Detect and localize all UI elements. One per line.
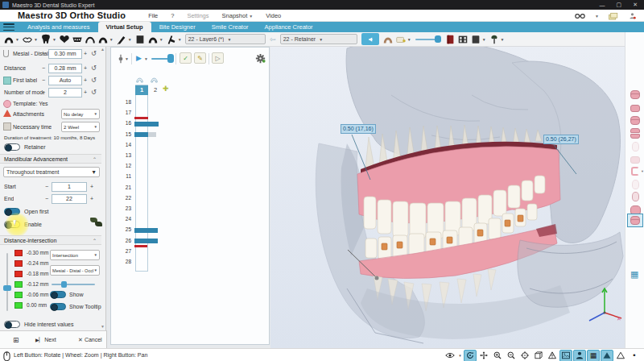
arch-faint-icon[interactable] bbox=[628, 153, 642, 165]
jaw-band-icon[interactable] bbox=[628, 102, 642, 114]
measure-mode-select[interactable]: Mesial - Distal - Occl▼ bbox=[50, 265, 100, 276]
distance-intersection-header[interactable]: Distance-intersection⌃ bbox=[0, 235, 101, 245]
mesial-decrement-button[interactable]: − bbox=[42, 51, 45, 56]
next-button[interactable]: ▶▏Next bbox=[35, 337, 56, 342]
edit-step-button[interactable]: ✎ bbox=[194, 52, 206, 64]
back-arrow-button[interactable] bbox=[361, 33, 379, 45]
menu-item-snapshot[interactable]: Snapshot▼ bbox=[222, 12, 254, 19]
distance-label-17-16[interactable]: 0.50 (17,16) bbox=[341, 124, 376, 134]
tooth-row-13[interactable]: 13 bbox=[111, 151, 269, 161]
cube-icon[interactable] bbox=[532, 350, 545, 361]
tooth-row-14[interactable]: 14 bbox=[111, 140, 269, 151]
end-field[interactable]: 22 bbox=[52, 194, 87, 204]
wire-triangle-icon[interactable] bbox=[614, 350, 627, 361]
show-toggle[interactable] bbox=[50, 291, 66, 298]
pen-icon[interactable] bbox=[115, 33, 128, 45]
upper-arch-column-icon[interactable] bbox=[134, 73, 146, 83]
tab-analysis-and-measures[interactable]: Analysis and measures bbox=[19, 22, 98, 32]
mandibular-advancement-header[interactable]: Mandibular Advancement⌃ bbox=[0, 154, 101, 164]
end-decrement-button[interactable]: − bbox=[45, 196, 48, 201]
tooth-row-11[interactable]: 11 bbox=[111, 172, 269, 182]
stage-1-header[interactable]: 1 bbox=[135, 85, 148, 95]
tree-icon[interactable] bbox=[488, 33, 501, 45]
tooth-row-16[interactable]: 16 bbox=[111, 118, 269, 129]
square-icon[interactable] bbox=[134, 33, 147, 45]
denture-selected-icon[interactable] bbox=[628, 214, 642, 226]
binoculars-icon[interactable] bbox=[574, 11, 585, 20]
distance-field[interactable]: 0.28 mm bbox=[48, 64, 82, 73]
retainer-toggle[interactable] bbox=[4, 143, 20, 151]
3d-viewport[interactable]: 0.50 (17,16) 0.50 (26,27) ✕ bbox=[270, 47, 625, 348]
retainer-select[interactable]: 22 - Retainer▼ bbox=[280, 34, 357, 44]
opacity-slider[interactable] bbox=[415, 34, 441, 45]
menu-item--[interactable]: ? bbox=[171, 12, 174, 19]
legend-range-slider[interactable] bbox=[6, 253, 8, 311]
rotate-icon[interactable] bbox=[464, 350, 477, 361]
models-reset-icon[interactable]: ↺ bbox=[91, 89, 97, 96]
start-increment-button[interactable]: + bbox=[90, 184, 93, 189]
film-icon[interactable] bbox=[456, 33, 469, 45]
tab-virtual-setup[interactable]: Virtual Setup bbox=[98, 22, 151, 32]
jaw-band-icon[interactable] bbox=[71, 33, 84, 45]
denture-icon[interactable] bbox=[628, 89, 642, 101]
menu-item-file[interactable]: File bbox=[148, 12, 158, 19]
card-icon[interactable] bbox=[469, 33, 482, 45]
molar-icon[interactable] bbox=[628, 203, 642, 215]
add-stage-icon[interactable]: ✚ bbox=[163, 85, 169, 93]
arch-outline-icon[interactable] bbox=[84, 33, 97, 45]
distance-label-26-27[interactable]: 0.50 (26,27) bbox=[543, 135, 579, 144]
image-icon[interactable] bbox=[559, 350, 572, 361]
apply-step-button[interactable]: ✓ bbox=[180, 52, 192, 64]
number-of-models-field[interactable]: 2 bbox=[48, 88, 82, 98]
stage-2-header[interactable]: 2 bbox=[151, 85, 160, 95]
scroll-down-icon[interactable]: ▼ bbox=[101, 324, 105, 329]
mesh-icon[interactable] bbox=[546, 350, 559, 361]
first-label-increment-button[interactable]: + bbox=[84, 77, 87, 83]
start-decrement-button[interactable]: − bbox=[45, 184, 48, 189]
tab-smile-creator[interactable]: Smile Creator bbox=[204, 22, 257, 32]
label-icon[interactable] bbox=[394, 33, 407, 45]
zoom-in-icon[interactable] bbox=[491, 350, 504, 361]
cancel-button[interactable]: ✕Cancel bbox=[78, 337, 102, 343]
clamp-icon[interactable]: ▼ bbox=[628, 165, 642, 177]
legend-range-slider-knob[interactable] bbox=[3, 285, 11, 291]
end-increment-button[interactable]: + bbox=[90, 196, 93, 201]
tab-bite-designer[interactable]: Bite Designer bbox=[151, 22, 204, 32]
first-label-reset-icon[interactable]: ↺ bbox=[91, 77, 97, 84]
tooth-row-28[interactable]: 28 bbox=[111, 257, 269, 268]
tooth-row-27[interactable]: 27 bbox=[111, 247, 269, 257]
tooth-row-17[interactable]: 17 bbox=[111, 108, 269, 118]
tooth-row-25[interactable]: 25 bbox=[111, 225, 269, 235]
first-label-field[interactable]: Auto bbox=[48, 76, 82, 85]
tooth-row-23[interactable]: 23 bbox=[111, 204, 269, 214]
tooth-row-21[interactable]: 21 bbox=[111, 183, 269, 193]
tooth-icon[interactable] bbox=[39, 33, 52, 45]
menu-item-settings[interactable]: Settings bbox=[187, 12, 208, 19]
mesial-reset-icon[interactable]: ↺ bbox=[91, 50, 97, 57]
keyboard-icon[interactable]: ▦ bbox=[587, 350, 600, 361]
minimize-button[interactable]: — bbox=[600, 2, 605, 8]
lips-icon[interactable] bbox=[21, 33, 34, 45]
distance-reset-icon[interactable]: ↺ bbox=[91, 64, 97, 72]
upper-arch-icon[interactable] bbox=[2, 33, 15, 45]
models-increment-button[interactable]: + bbox=[84, 89, 87, 95]
point-icon[interactable]: • bbox=[628, 350, 641, 361]
attachments-select[interactable]: No delay▼ bbox=[61, 109, 100, 119]
hamburger-menu-icon[interactable] bbox=[3, 23, 14, 31]
mesial-increment-button[interactable]: + bbox=[84, 51, 87, 56]
menu-item-video[interactable]: Video bbox=[266, 12, 281, 19]
intersection-mode-select[interactable]: Intersection▼ bbox=[50, 250, 100, 260]
layer-select[interactable]: 22 - Layer6 (*)▼ bbox=[185, 34, 266, 44]
first-label-decrement-button[interactable]: − bbox=[42, 77, 45, 83]
show-tooltip-toggle[interactable] bbox=[50, 303, 66, 310]
tooth-icon[interactable] bbox=[628, 190, 642, 202]
user-icon[interactable] bbox=[626, 11, 638, 20]
speed-slider-knob[interactable] bbox=[167, 54, 174, 63]
solid-triangle-icon[interactable] bbox=[601, 350, 613, 361]
both-arches-icon[interactable] bbox=[58, 33, 71, 45]
tooth-row-22[interactable]: 22 bbox=[111, 193, 269, 204]
distance-increment-button[interactable]: + bbox=[84, 65, 87, 71]
snapshot-stack-icon[interactable] bbox=[607, 11, 618, 20]
models-decrement-button[interactable]: − bbox=[42, 89, 45, 95]
arch-wire-icon[interactable] bbox=[147, 33, 159, 45]
